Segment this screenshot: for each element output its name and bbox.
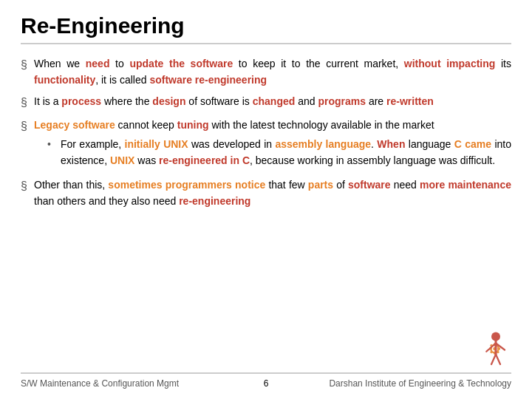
bullet-marker-0: § [21,56,34,74]
bullet-marker-1: § [21,94,34,112]
bullet-text-3: Other than this, sometimes programmers n… [34,177,511,209]
sub-marker-icon: • [47,137,61,152]
sub-text-2-0: For example, initially UNIX was develope… [61,137,511,168]
sub-item-2-0: •For example, initially UNIX was develop… [47,137,511,168]
gear-figure-icon [467,327,511,371]
bullet-text-1: It is a process where the design of soft… [34,94,511,110]
bullet-item-1: §It is a process where the design of sof… [21,94,511,112]
svg-line-14 [491,355,496,365]
footer-right: Darshan Institute of Engineering & Techn… [286,378,511,389]
slide-content: §When we need to update the software to … [21,50,511,372]
svg-rect-6 [497,348,500,350]
footer-number: 6 [264,378,269,389]
bullet-marker-3: § [21,177,34,195]
sub-list-2: •For example, initially UNIX was develop… [34,137,511,168]
bullet-item-0: §When we need to update the software to … [21,56,511,88]
svg-line-15 [496,355,500,365]
bullet-list: §When we need to update the software to … [21,56,511,210]
slide: Re-Engineering §When we need to update t… [0,0,532,399]
bullet-text-2: Legacy software cannot keep tuning with … [34,117,511,171]
bullet-item-3: §Other than this, sometimes programmers … [21,177,511,209]
bullet-item-2: §Legacy software cannot keep tuning with… [21,117,511,171]
footer: S/W Maintenance & Configuration Mgmt 6 D… [21,372,511,392]
footer-left: S/W Maintenance & Configuration Mgmt [21,378,246,389]
slide-title: Re-Engineering [21,13,511,44]
bullet-marker-2: § [21,117,34,135]
bullet-text-0: When we need to update the software to k… [34,56,511,88]
svg-point-0 [491,332,500,341]
